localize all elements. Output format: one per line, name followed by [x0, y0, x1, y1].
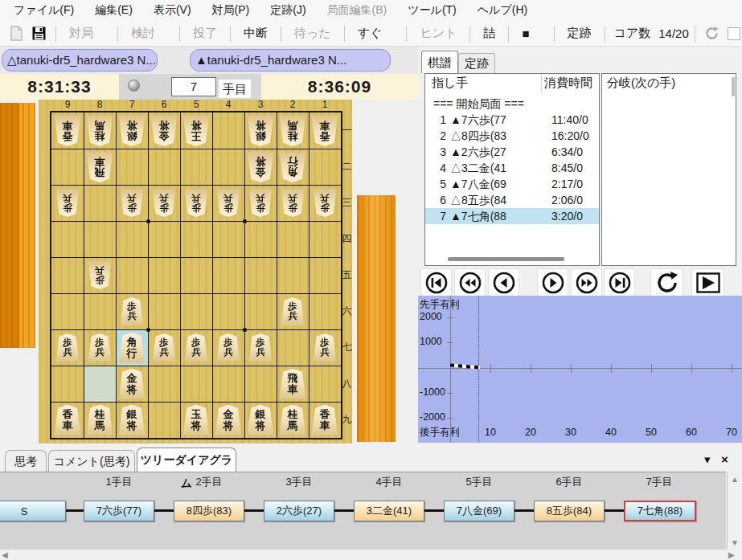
kifu-move-row[interactable]: 4△3二金(418:45/0	[425, 160, 599, 176]
tree-node[interactable]: 2六歩(27)	[264, 501, 334, 521]
new-file-icon[interactable]	[7, 25, 25, 43]
shogi-piece[interactable]: 歩兵	[55, 333, 80, 362]
shogi-piece[interactable]: 飛車	[86, 152, 113, 182]
shogi-piece[interactable]: 香車	[54, 116, 81, 146]
tree-node[interactable]: 8五歩(84)	[534, 501, 605, 521]
tree-vscrollbar[interactable]: ▲ ▼	[727, 472, 740, 550]
kifu-move-row[interactable]: 7▲7七角(883:20/0	[425, 208, 599, 224]
menu-item[interactable]: 定跡(J)	[260, 0, 316, 21]
gote-player-name[interactable]: △tanuki-dr5_hardware3 N...	[2, 49, 158, 72]
toolbar-button[interactable]: 詰	[476, 24, 502, 43]
close-panel-icon[interactable]: ×	[721, 453, 728, 466]
kifu-move-row[interactable]: 5▲7八金(692:17/0	[425, 176, 599, 192]
sente-piece-stand[interactable]	[357, 195, 396, 442]
scroll-right-icon[interactable]: ▶	[728, 550, 735, 560]
shogi-piece[interactable]: 香車	[311, 116, 338, 146]
shogi-piece[interactable]: 桂馬	[86, 116, 113, 146]
shogi-piece[interactable]: 銀将	[118, 116, 146, 146]
rewind-button[interactable]	[454, 268, 486, 296]
tree-hscrollbar[interactable]: ◀ ▶	[0, 550, 742, 560]
shogi-piece[interactable]: 王将	[182, 116, 210, 146]
menu-item[interactable]: ファイル(F)	[3, 0, 84, 21]
tree-node[interactable]: 7六歩(77)	[84, 501, 154, 521]
tree-node[interactable]: S	[0, 501, 66, 521]
shogi-piece[interactable]: 歩兵	[184, 333, 208, 362]
tab-thinking[interactable]: 思考	[5, 450, 47, 472]
shogi-piece[interactable]: 銀将	[247, 116, 274, 146]
toolbar-button[interactable]: 投了	[186, 24, 224, 43]
shogi-piece[interactable]: 歩兵	[281, 189, 305, 217]
tab-tree-diagram[interactable]: ツリーダイアグラム	[137, 448, 236, 472]
menu-item[interactable]: ツール(T)	[397, 0, 467, 21]
kifu-move-row[interactable]: 6△8五歩(842:06/0	[425, 192, 599, 208]
branch-vscrollbar[interactable]	[732, 77, 735, 96]
refresh-icon[interactable]	[703, 25, 721, 43]
kifu-start-row[interactable]: === 開始局面 ===	[425, 96, 599, 112]
shogi-piece[interactable]: 歩兵	[88, 333, 112, 362]
shogi-piece[interactable]: 金将	[118, 369, 146, 399]
sente-player-name[interactable]: ▲tanuki-dr5_hardware3 N...	[190, 49, 391, 72]
shogi-piece[interactable]: 歩兵	[184, 189, 208, 217]
shogi-piece[interactable]: 香車	[311, 405, 338, 435]
menu-item[interactable]: 編集(E)	[84, 0, 143, 21]
fast-forward-button[interactable]	[571, 268, 602, 296]
shogi-piece[interactable]: 歩兵	[248, 189, 273, 217]
shogi-piece[interactable]: 金将	[150, 116, 178, 146]
scroll-left-icon[interactable]: ◀	[2, 550, 8, 560]
shogi-piece[interactable]: 角行	[279, 152, 306, 182]
toolbar-button[interactable]: 定跡	[560, 24, 599, 43]
move-list-hscrollbar[interactable]	[448, 257, 564, 261]
shogi-piece[interactable]: 歩兵	[120, 297, 144, 325]
shogi-piece[interactable]: 桂馬	[279, 405, 306, 435]
shogi-piece[interactable]: 玉将	[182, 405, 210, 435]
menu-item[interactable]: 局面編集(B)	[317, 0, 398, 21]
scroll-up-icon[interactable]: ▲	[731, 474, 739, 484]
shogi-piece[interactable]: 桂馬	[279, 116, 306, 146]
kifu-move-row[interactable]: 2△8四歩(8316:20/0	[425, 128, 599, 144]
shogi-piece[interactable]: 歩兵	[216, 333, 240, 362]
shogi-piece[interactable]: 歩兵	[88, 261, 112, 289]
replay-button[interactable]	[650, 268, 683, 296]
shogi-piece[interactable]: 角行	[118, 333, 146, 363]
scroll-down-icon[interactable]: ▼	[731, 538, 739, 548]
toolbar-button[interactable]: ヒント	[412, 24, 464, 43]
menu-item[interactable]: 表示(V)	[143, 0, 202, 21]
shogi-piece[interactable]: 香車	[54, 405, 81, 435]
shogi-piece[interactable]: 銀将	[118, 405, 146, 435]
toolbar-button[interactable]: 中断	[236, 24, 275, 43]
shogi-piece[interactable]: 銀将	[247, 405, 274, 435]
step-forward-button[interactable]	[537, 268, 568, 296]
toolbar-button[interactable]: 検討	[124, 24, 162, 43]
toolbar-button[interactable]: ■	[514, 25, 536, 42]
shogi-piece[interactable]: 歩兵	[152, 189, 176, 217]
skip-last-button[interactable]	[604, 268, 635, 296]
board-grid[interactable]: 香車桂馬銀将金将王将銀将桂馬香車飛車金将角行歩兵歩兵歩兵歩兵歩兵歩兵歩兵歩兵歩兵…	[50, 111, 342, 439]
collapse-panel-icon[interactable]: ▾	[704, 453, 711, 466]
move-number-input[interactable]: 7	[171, 77, 216, 96]
autoplay-button[interactable]	[691, 268, 724, 296]
tree-node[interactable]: 8四歩(83)	[174, 501, 244, 521]
shogi-piece[interactable]: 歩兵	[152, 333, 176, 362]
shogi-piece[interactable]: 飛車	[279, 369, 306, 399]
shogi-piece[interactable]: 桂馬	[86, 405, 113, 435]
toolbar-button[interactable]: すぐ	[351, 24, 390, 43]
tab-comment[interactable]: コメント(思考)	[48, 450, 135, 472]
shogi-piece[interactable]: 金将	[247, 152, 274, 182]
shogi-piece[interactable]: 金将	[215, 405, 242, 435]
tree-node[interactable]: 7八金(69)	[444, 501, 514, 521]
skip-first-button[interactable]	[420, 268, 452, 296]
menu-item[interactable]: ヘルプ(H)	[467, 0, 538, 21]
board-highlight-square[interactable]	[84, 366, 116, 402]
move-list[interactable]: 指し手 消費時間 === 開始局面 ===1▲7六歩(7711:40/02△8四…	[424, 73, 600, 266]
menu-item[interactable]: 対局(P)	[202, 0, 260, 21]
tab-kifu[interactable]: 棋譜	[421, 51, 458, 73]
shogi-piece[interactable]: 歩兵	[281, 297, 305, 325]
step-back-button[interactable]	[488, 268, 519, 296]
tab-joseki[interactable]: 定跡	[458, 53, 495, 73]
shogi-piece[interactable]: 歩兵	[55, 189, 80, 217]
tree-node[interactable]: 3二金(41)	[354, 501, 424, 521]
toolbar-button[interactable]: 待った	[287, 24, 338, 43]
branch-list[interactable]: 分岐(次の手)	[601, 73, 736, 266]
toolbar-button[interactable]: 対局	[62, 24, 100, 43]
kifu-move-row[interactable]: 3▲2六歩(276:34/0	[425, 144, 599, 160]
